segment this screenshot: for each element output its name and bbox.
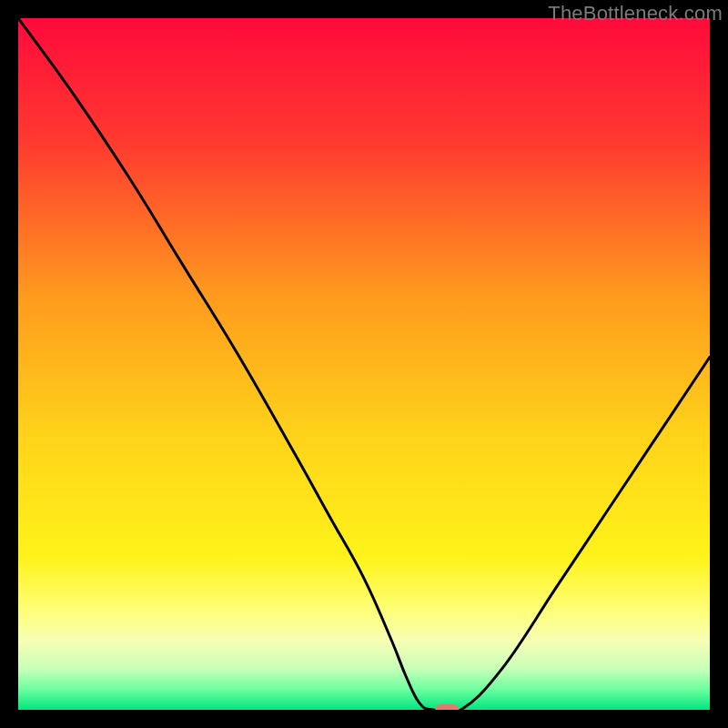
chart-plot-area bbox=[18, 18, 710, 710]
bottleneck-chart bbox=[18, 18, 710, 710]
watermark-label: TheBottleneck.com bbox=[548, 2, 723, 25]
optimal-marker bbox=[435, 704, 459, 710]
chart-background bbox=[18, 18, 710, 710]
